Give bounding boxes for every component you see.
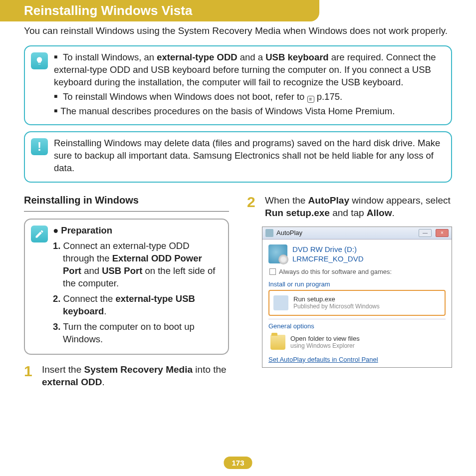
folder-icon [270,335,285,350]
tip-item-2: To reinstall Windows when Windows does n… [54,91,444,103]
step-number: 2 [247,195,260,219]
step-text: When the AutoPlay window appears, select… [265,195,452,219]
preparation-body: ● Preparation 1. Connect an external-typ… [53,225,222,349]
control-panel-link[interactable]: Set AutoPlay defaults in Control Panel [268,356,378,363]
always-do-label: Always do this for software and games: [279,268,392,275]
left-column: Reinstalling in Windows ● Preparation 1.… [24,195,229,388]
page-header: Reinstalling Windows Vista [0,0,319,21]
drive-label: DVD RW Drive (D:) LRMCFRE_KO_DVD [292,244,364,264]
window-title: AutoPlay [276,229,302,237]
option-subtitle: using Windows Explorer [290,342,360,349]
option-subtitle: Published by Microsoft Windows [293,303,380,310]
prep-step-3: 3. Turn the computer on to boot up Windo… [53,321,222,346]
pencil-icon [31,226,48,242]
step-number: 1 [24,364,37,388]
prep-title: ● Preparation [53,225,222,237]
installer-icon [273,295,288,310]
page-number-badge: 173 [224,457,252,469]
autoplay-app-icon [265,229,273,237]
option-title: Open folder to view files [290,335,360,343]
tip-body: To install Windows, an external-type ODD… [54,51,444,120]
step-2: 2 When the AutoPlay window appears, sele… [247,195,452,219]
preparation-box: ● Preparation 1. Connect an external-typ… [24,219,229,355]
tip-item-3: The manual describes procedures on the b… [54,105,444,118]
dvd-drive-icon [268,244,287,263]
separator [268,319,446,319]
intro-text: You can reinstall Windows using the Syst… [0,21,476,45]
alert-icon: ! [31,138,48,155]
warning-box: ! Reinstalling Windows may delete data (… [24,131,452,183]
autoplay-window: AutoPlay — × DVD RW Drive (D:) LRMCFRE_K… [262,227,452,368]
step-1: 1 Insert the System Recovery Media into … [24,364,229,388]
group-install-label: Install or run program [268,280,446,288]
always-do-checkbox[interactable] [269,268,276,275]
right-column: 2 When the AutoPlay window appears, sele… [247,195,452,388]
drive-header: DVD RW Drive (D:) LRMCFRE_KO_DVD [268,244,446,264]
page-ref-icon: ≡ [307,96,314,103]
highlighted-option: Run setup.exe Published by Microsoft Win… [268,290,446,316]
close-button[interactable]: × [436,229,449,237]
lightbulb-icon [31,52,48,69]
window-titlebar: AutoPlay — × [262,227,452,239]
tip-item-1: To install Windows, an external-type ODD… [54,51,444,89]
option-title: Run setup.exe [293,295,380,303]
section-title: Reinstalling in Windows [24,195,229,212]
step-text: Insert the System Recovery Media into th… [42,364,229,388]
window-body: DVD RW Drive (D:) LRMCFRE_KO_DVD Always … [262,239,452,367]
prep-step-2: 2. Connect the external-type USB keyboar… [53,293,222,318]
always-do-row: Always do this for software and games: [269,268,446,275]
prep-step-1: 1. Connect an external-type ODD through … [53,240,222,290]
group-general-label: General options [268,322,446,330]
minimize-button[interactable]: — [419,229,432,237]
open-folder-option[interactable]: Open folder to view files using Windows … [268,332,446,353]
warning-body: Reinstalling Windows may delete data (fi… [54,137,444,177]
run-setup-option[interactable]: Run setup.exe Published by Microsoft Win… [271,292,443,313]
page-title: Reinstalling Windows Vista [24,3,305,18]
tip-box: To install Windows, an external-type ODD… [24,45,452,126]
